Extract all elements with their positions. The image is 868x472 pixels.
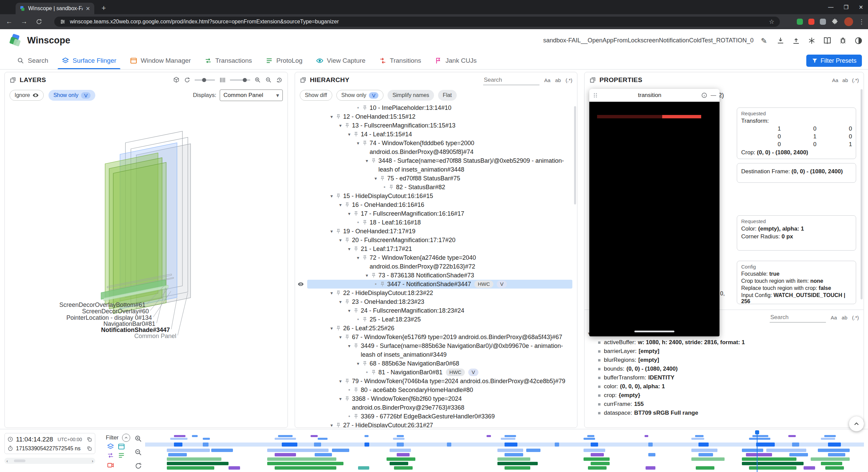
- tree-node[interactable]: ▾67 - WindowToken{e5176f9 type=2019 andr…: [295, 333, 574, 341]
- trace-segment[interactable]: [828, 442, 841, 447]
- match-case-icon[interactable]: Aa: [831, 315, 837, 320]
- trace-segment[interactable]: [742, 462, 804, 465]
- pin-icon[interactable]: [371, 273, 376, 278]
- trace-segment[interactable]: [584, 457, 609, 461]
- pin-icon[interactable]: [336, 114, 341, 119]
- documentation-icon[interactable]: [823, 37, 831, 45]
- trace-segment[interactable]: [591, 442, 598, 447]
- expand-toggle[interactable]: ▾: [328, 324, 335, 333]
- trace-segment[interactable]: [591, 453, 604, 456]
- extensions-puzzle-icon[interactable]: [831, 18, 839, 25]
- trace-segment[interactable]: [691, 457, 725, 461]
- timeline-row-surface-flinger[interactable]: [145, 449, 864, 452]
- trace-segment[interactable]: [501, 438, 515, 440]
- tree-node[interactable]: ▾12 - OneHanded:15:15#12: [295, 112, 574, 121]
- tree-node[interactable]: ▾74 - WindowToken{fdddbe6 type=2000 andr…: [295, 139, 574, 156]
- trace-segment[interactable]: [742, 449, 764, 452]
- tree-node[interactable]: •25 - Leaf:18:23#25: [295, 315, 574, 324]
- expand-toggle[interactable]: ▾: [328, 289, 335, 297]
- tree-node[interactable]: ▾27 - HideDisplayCutout:26:31#27: [295, 421, 574, 428]
- expand-toggle[interactable]: ▾: [337, 121, 344, 130]
- trace-segment[interactable]: [811, 457, 849, 461]
- trace-segment[interactable]: [749, 466, 796, 470]
- trace-segment[interactable]: [393, 438, 405, 440]
- timeline-zoom-out-icon[interactable]: [134, 448, 142, 456]
- panel-drag-icon[interactable]: [300, 77, 307, 83]
- show-only-toggle[interactable]: Show only V: [48, 90, 95, 101]
- property-item[interactable]: crop:{empty}: [588, 391, 860, 400]
- extension-green-icon[interactable]: [797, 19, 803, 25]
- trace-segment[interactable]: [387, 457, 415, 461]
- trace-segment[interactable]: [645, 435, 648, 437]
- trace-segment[interactable]: [397, 435, 404, 437]
- match-case-icon[interactable]: Aa: [544, 77, 550, 83]
- timeline-row-protolog[interactable]: [145, 466, 864, 470]
- trace-segment[interactable]: [505, 442, 517, 447]
- sf-trace-icon[interactable]: [107, 443, 114, 450]
- pin-icon[interactable]: [380, 176, 385, 181]
- expand-toggle[interactable]: ▾: [346, 244, 353, 253]
- trace-segment[interactable]: [825, 466, 844, 470]
- pin-icon[interactable]: [353, 211, 359, 216]
- tree-node[interactable]: ▾3368 - WindowToken{f6b2f60 type=2024 an…: [295, 394, 574, 412]
- 3d-view-icon[interactable]: [173, 77, 180, 83]
- expand-toggle[interactable]: ▾: [346, 130, 353, 139]
- tree-node[interactable]: ▾22 - HideDisplayCutout:18:23#22: [295, 289, 574, 297]
- filter-chip-simplify-names[interactable]: Simplify names: [388, 90, 434, 101]
- trace-segment[interactable]: [695, 435, 704, 437]
- trace-segment[interactable]: [364, 435, 369, 437]
- window-close-icon[interactable]: ✕: [859, 4, 863, 11]
- expand-toggle[interactable]: ▾: [346, 209, 353, 218]
- drag-handle-icon[interactable]: [593, 93, 598, 98]
- trace-segment[interactable]: [648, 442, 653, 447]
- tree-node[interactable]: ▾15 - HideDisplayCutout:16:16#15: [295, 192, 574, 200]
- pin-icon[interactable]: [336, 290, 341, 296]
- filter-presets-button[interactable]: Filter Presets: [806, 55, 862, 67]
- trace-segment[interactable]: [555, 442, 559, 447]
- protolog-trace-icon[interactable]: [118, 452, 125, 459]
- collapse-filter-icon[interactable]: [122, 434, 130, 442]
- trace-segment[interactable]: [203, 438, 210, 440]
- trace-segment[interactable]: [167, 449, 210, 452]
- download-icon[interactable]: [776, 37, 785, 45]
- layer-label[interactable]: Common Panel: [134, 333, 176, 339]
- dark-mode-icon[interactable]: [854, 37, 863, 45]
- trace-segment[interactable]: [167, 462, 229, 465]
- cursor-handle[interactable]: [755, 430, 759, 434]
- trace-segment[interactable]: [174, 442, 182, 447]
- tab-surface-flinger[interactable]: Surface Flinger: [55, 52, 123, 69]
- copy-time-icon[interactable]: [86, 436, 92, 442]
- property-item[interactable]: blurRegions:[empty]: [588, 356, 860, 365]
- expand-toggle[interactable]: ▾: [355, 139, 361, 148]
- pin-icon[interactable]: [353, 343, 359, 349]
- trace-segment[interactable]: [742, 457, 796, 461]
- trace-segment[interactable]: [358, 466, 370, 470]
- timeline-row-transactions[interactable]: [145, 453, 864, 456]
- visibility-icon[interactable]: [298, 281, 304, 287]
- trace-segment[interactable]: [505, 435, 516, 437]
- url-text[interactable]: winscope.teams.x20web.corp.google.com/pr…: [70, 19, 765, 25]
- timeline-row-window-manager[interactable]: [145, 457, 864, 461]
- shortcuts-icon[interactable]: [808, 37, 816, 45]
- tree-node[interactable]: ▾24 - FullscreenMagnification:18:23#24: [295, 306, 574, 315]
- trace-segment[interactable]: [167, 466, 214, 470]
- tab-close-icon[interactable]: ✕: [86, 5, 90, 12]
- layer-label[interactable]: NavigationBar0#81: [103, 320, 155, 327]
- trace-segment[interactable]: [203, 442, 209, 447]
- trace-segment[interactable]: [397, 442, 404, 447]
- pin-icon[interactable]: [362, 255, 368, 260]
- tree-node[interactable]: ▾13 - FullscreenMagnification:15:15#13: [295, 121, 574, 130]
- pin-icon[interactable]: [362, 140, 368, 146]
- tree-node[interactable]: ▾75 - ed70f88 StatusBar#75: [295, 174, 574, 183]
- rotation-icon[interactable]: [184, 77, 191, 83]
- tree-node[interactable]: •18 - Leaf:16:16#18: [295, 218, 574, 227]
- trace-segment[interactable]: [584, 438, 595, 440]
- trace-segment[interactable]: [821, 438, 835, 440]
- layer-label[interactable]: ScreenDecorOverlayBottom#61: [59, 301, 145, 308]
- trace-segment[interactable]: [696, 466, 714, 470]
- scrollbar-thumb[interactable]: [14, 459, 25, 462]
- tree-node[interactable]: ▾23 - OneHanded:18:23#23: [295, 297, 574, 306]
- trace-segment[interactable]: [267, 457, 336, 461]
- timeline-cursor[interactable]: [757, 430, 757, 472]
- expand-toggle[interactable]: ▾: [337, 377, 344, 386]
